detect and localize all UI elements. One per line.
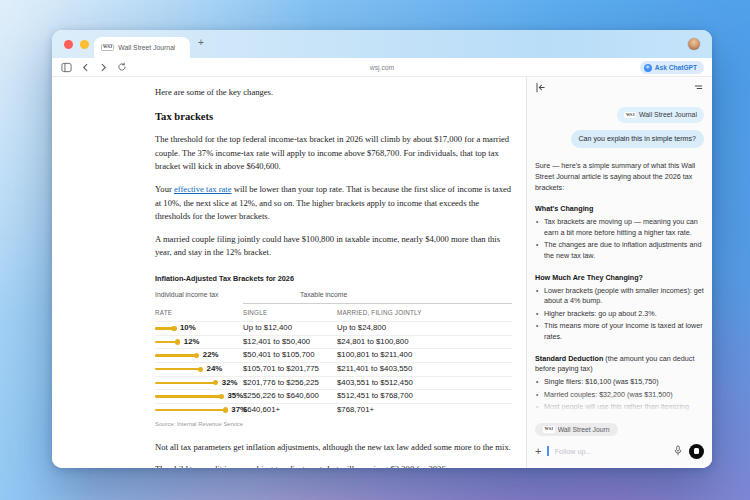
title-bar: WSJ Wall Street Journal + <box>52 30 712 58</box>
article-paragraph: The child tax credit is now subject to a… <box>155 463 512 468</box>
wsj-favicon-icon: WSJ <box>101 44 114 52</box>
wsj-favicon-icon: WSJ <box>543 426 555 432</box>
chat-options-icon[interactable] <box>693 79 704 97</box>
chat-messages[interactable]: WSJ Wall Street Journal Can you explain … <box>527 99 712 416</box>
bullet-item: This means more of your income is taxed … <box>535 321 704 343</box>
table-row: 10% Up to $12,400Up to $24,800 <box>155 321 512 335</box>
chart-right-label: Taxable income <box>243 290 512 304</box>
stop-button[interactable] <box>689 444 704 459</box>
profile-avatar[interactable] <box>688 38 700 50</box>
browser-tab[interactable]: WSJ Wall Street Journal <box>94 37 190 58</box>
section-heading: What's Changing <box>535 204 593 213</box>
attachment-chip-label: Wall Street Journ <box>558 426 610 433</box>
collapse-sidebar-icon[interactable] <box>535 79 546 97</box>
user-message-bubble: Can you explain this in simple terms? <box>571 130 705 148</box>
follow-up-input[interactable] <box>555 447 667 456</box>
article-paragraph: A married couple filing jointly could ha… <box>155 233 512 260</box>
minimize-window-icon[interactable] <box>80 40 89 49</box>
table-row: 35% $256,226 to $640,600$512,451 to $768… <box>155 389 512 403</box>
web-page: Here are some of the key changes. Tax br… <box>52 77 526 468</box>
bullet-item: Tax brackets are moving up — meaning you… <box>535 217 704 239</box>
table-row: 12% $12,401 to $50,400$24,801 to $100,80… <box>155 335 512 349</box>
chatgpt-sidebar: WSJ Wall Street Journal Can you explain … <box>526 77 712 468</box>
column-header-rate: RATE <box>155 308 243 318</box>
chat-composer: WSJ Wall Street Journ + <box>527 416 712 468</box>
article-body: Here are some of the key changes. Tax br… <box>155 77 512 468</box>
chat-header <box>527 77 712 99</box>
article-paragraph: Your effective tax rate will be lower th… <box>155 183 512 224</box>
url-display[interactable]: wsj.com <box>370 64 395 71</box>
assistant-message: Sure — here's a simple summary of what t… <box>535 161 704 193</box>
attachment-chip[interactable]: WSJ Wall Street Journ <box>535 423 618 436</box>
stop-icon <box>694 448 700 454</box>
article-heading-tax-brackets: Tax brackets <box>155 109 512 126</box>
article-paragraph: Not all tax parameters get inflation adj… <box>155 441 512 455</box>
browser-window: WSJ Wall Street Journal + wsj.com ✳ Ask … <box>52 30 712 468</box>
mic-icon[interactable] <box>673 442 683 460</box>
tax-bracket-chart: Inflation-Adjusted Tax Brackets for 2026… <box>155 273 512 430</box>
table-row: 37% $640,601+$768,701+ <box>155 403 512 417</box>
browser-toolbar: wsj.com ✳ Ask ChatGPT <box>52 58 712 77</box>
sidebar-toggle-icon[interactable] <box>61 62 72 73</box>
bullet-item: Single filers: $16,100 (was $15,750) <box>535 377 704 388</box>
table-row: 24% $105,701 to $201,775$211,401 to $403… <box>155 362 512 376</box>
bullet-item: Higher brackets: go up about 2.3%. <box>535 309 704 320</box>
column-header-married: MARRIED, FILING JOINTLY <box>337 308 512 318</box>
article-intro: Here are some of the key changes. <box>155 86 512 100</box>
table-row: 22% $50,401 to $105,700$100,801 to $211,… <box>155 348 512 362</box>
new-tab-button[interactable]: + <box>198 38 204 48</box>
paragraph-text: Your <box>155 184 174 194</box>
tab-title: Wall Street Journal <box>118 44 175 51</box>
article-paragraph: The threshold for the top federal income… <box>155 133 512 174</box>
forward-icon[interactable] <box>99 63 108 72</box>
table-row: 32% $201,776 to $256,225$403,551 to $512… <box>155 376 512 390</box>
chart-left-label: Individual income tax <box>155 290 243 304</box>
reload-icon[interactable] <box>117 62 127 72</box>
back-icon[interactable] <box>81 63 90 72</box>
column-header-single: SINGLE <box>243 308 337 318</box>
chatgpt-logo-icon: ✳ <box>644 64 652 72</box>
ask-chatgpt-button[interactable]: ✳ Ask ChatGPT <box>640 61 704 74</box>
context-chip[interactable]: WSJ Wall Street Journal <box>617 107 704 123</box>
ask-chatgpt-label: Ask ChatGPT <box>655 64 697 71</box>
add-attachment-button[interactable]: + <box>535 446 541 457</box>
chart-source: Source: Internal Revenue Service <box>155 420 512 429</box>
text-caret <box>547 446 548 456</box>
chat-section-standard-deduction: Standard Deduction (the amount you can d… <box>535 354 704 417</box>
bullet-item: The changes are due to inflation adjustm… <box>535 240 704 262</box>
bullet-item: Most people will use this rather than it… <box>535 402 704 417</box>
wsj-favicon-icon: WSJ <box>624 112 636 118</box>
chat-section-whats-changing: What's Changing Tax brackets are moving … <box>535 204 704 261</box>
context-chip-label: Wall Street Journal <box>639 110 697 120</box>
section-heading: Standard Deduction <box>535 354 603 363</box>
close-window-icon[interactable] <box>64 40 73 49</box>
bullet-item: Lower brackets (people with smaller inco… <box>535 286 704 308</box>
effective-tax-rate-link[interactable]: effective tax rate <box>174 184 232 194</box>
section-heading: How Much Are They Changing? <box>535 273 643 282</box>
chat-section-how-much: How Much Are They Changing? Lower bracke… <box>535 273 704 343</box>
bullet-item: Married couples: $32,200 (was $31,500) <box>535 390 704 401</box>
chart-title: Inflation-Adjusted Tax Brackets for 2026 <box>155 273 512 285</box>
